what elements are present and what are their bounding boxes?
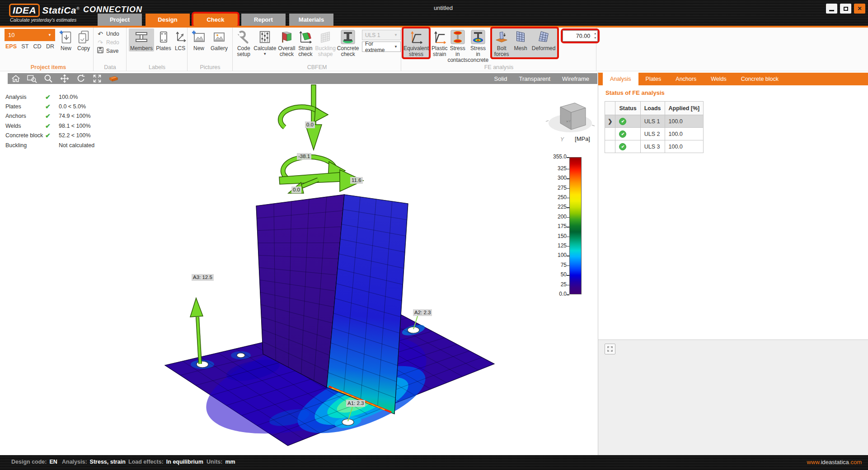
view-mode-wireframe[interactable]: Wireframe [562, 75, 589, 82]
result-tab-welds[interactable]: Welds [704, 73, 734, 85]
deformed-button[interactable]: Deformed [530, 28, 557, 57]
calculate-dropdown-icon[interactable]: ▼ [263, 52, 267, 56]
spinner-up-icon[interactable]: ▲ [594, 31, 596, 36]
calculate-label: Calculate [253, 46, 276, 51]
deformed-scale-spinner[interactable]: 70.00 ▲▼ [563, 30, 598, 42]
legend-tick-label: 300 [545, 175, 567, 181]
result-tab-anchors[interactable]: Anchors [668, 73, 704, 85]
row-expander-icon[interactable]: ❯ [605, 115, 615, 128]
members-toggle-button[interactable]: Members [129, 28, 154, 51]
pan-icon[interactable] [56, 73, 73, 84]
group-label-labels: Labels [127, 64, 187, 70]
svg-text:▸Y: ▸Y [567, 119, 571, 123]
tab-report[interactable]: Report [241, 14, 286, 26]
legend-unit: [MPa] [575, 135, 590, 142]
result-tab-concrete-block[interactable]: Concrete block [734, 73, 786, 85]
load-arrows-top [280, 85, 328, 150]
equivalent-stress-button[interactable]: Equivalent stress [404, 28, 429, 57]
bolt-forces-button[interactable]: Bolt forces [492, 28, 511, 57]
home-view-icon[interactable] [8, 73, 24, 84]
buckling-shape-button[interactable]: Buckling shape [314, 28, 337, 57]
concrete-check-label: Concrete check [337, 46, 359, 57]
result-row-plates: Plates✔0.0 < 5.0% [5, 102, 94, 111]
result-value: 0.0 < 5.0% [59, 103, 86, 110]
ribbon-group-cbfem: Code setup Calculate ▼ Overall check Str… [233, 28, 401, 71]
concrete-check-button[interactable]: Concrete check [337, 28, 359, 57]
tab-project[interactable]: Project [98, 14, 142, 26]
legend-tick-label: 325 [545, 165, 567, 172]
ribbon-group-project-items: 10 ▼ EPSSTCDDR New Copy Project items [4, 28, 94, 71]
panel-zoom-fit-button[interactable] [605, 344, 615, 354]
minimize-button[interactable] [826, 4, 837, 14]
spinner-down-icon[interactable]: ▼ [594, 36, 596, 40]
group-label-pictures: Pictures [188, 64, 232, 70]
strain-check-icon [298, 29, 313, 45]
table-row[interactable]: ❯✔ULS 1100.0 [605, 115, 704, 128]
legend-tick-mark [567, 169, 569, 170]
copy-project-item-button[interactable]: Copy [75, 28, 92, 51]
stress-in-contacts-icon [450, 29, 465, 45]
table-row[interactable]: ✔ULS 3100.0 [605, 140, 704, 153]
zoom-window-icon[interactable] [24, 73, 40, 84]
mode-dr[interactable]: DR [46, 43, 54, 50]
overall-check-label: Overall check [277, 46, 296, 57]
legend-tick-label: 0.0 [545, 291, 567, 297]
stress-in-contacts-button[interactable]: Stress in contacts [447, 28, 468, 63]
new-picture-button[interactable]: New [190, 28, 208, 51]
mode-eps[interactable]: EPS [5, 43, 17, 50]
plates-toggle-button[interactable]: Plates [154, 28, 173, 51]
table-row[interactable]: ✔ULS 2100.0 [605, 128, 704, 140]
zoom-icon[interactable] [40, 73, 56, 84]
strain-check-button[interactable]: Strain check [296, 28, 314, 57]
row-expander-icon[interactable] [605, 140, 615, 153]
rotate-icon[interactable] [73, 73, 89, 84]
result-tab-analysis[interactable]: Analysis [603, 73, 638, 85]
tab-materials[interactable]: Materials [289, 14, 333, 26]
mesh-button[interactable]: Mesh [511, 28, 530, 57]
zoom-fit-icon[interactable] [89, 73, 105, 84]
view-mode-solid[interactable]: Solid [494, 75, 507, 82]
lcs-toggle-button[interactable]: LCS [173, 28, 187, 51]
stress-in-concrete-button[interactable]: Stress in concrete [468, 28, 488, 63]
new-picture-icon [191, 29, 206, 45]
project-item-selector[interactable]: 10 ▼ [5, 29, 55, 41]
mode-cd[interactable]: CD [33, 43, 42, 50]
stress-legend: [MPa] 355.032530027525022520017515012510… [545, 135, 596, 303]
clip-concrete-icon[interactable] [105, 73, 122, 84]
stress-in-concrete-label: Stress in concrete [468, 46, 488, 63]
lcs-axes-icon [174, 29, 187, 45]
save-button[interactable]: Save [94, 47, 119, 55]
code-setup-button[interactable]: Code setup [234, 28, 253, 57]
row-expander-icon[interactable] [605, 128, 615, 140]
view-mode-transparent[interactable]: Transparent [519, 75, 550, 82]
tab-check[interactable]: Check [193, 14, 238, 26]
table-header-applied-: Applied [%] [665, 102, 704, 115]
close-button[interactable]: ✕ [854, 4, 865, 14]
section-title: Status of FE analysis [605, 89, 665, 96]
maximize-button[interactable] [840, 4, 851, 14]
close-icon: ✕ [857, 5, 862, 12]
plastic-strain-label: Plastic strain [432, 46, 447, 57]
overall-check-button[interactable]: Overall check [277, 28, 296, 57]
plastic-strain-button[interactable]: Plastic strain [432, 28, 447, 57]
result-value: 74.9 < 100% [59, 113, 91, 119]
legend-tick-mark [567, 188, 569, 189]
undo-button[interactable]: ↶Undo [94, 29, 119, 38]
tab-design[interactable]: Design [145, 14, 190, 26]
website-link[interactable]: www.ideastatica.com [807, 459, 862, 465]
3d-viewport[interactable]: 0.0-38.111.60.0A3: 12.5A2: 2.3A1: 2.3 An… [0, 84, 597, 455]
result-tab-plates[interactable]: Plates [638, 73, 669, 85]
load-case-select[interactable]: ULS 1▼ [362, 30, 401, 40]
group-label-data: Data [94, 64, 126, 70]
mode-st[interactable]: ST [21, 43, 28, 50]
deformed-scale-value[interactable]: 70.00 [563, 30, 598, 42]
plates-icon [157, 29, 170, 45]
deformed-icon [536, 29, 551, 45]
redo-button[interactable]: ↷Redo [94, 38, 119, 47]
new-project-item-button[interactable]: New [58, 28, 74, 51]
extreme-select[interactable]: For extreme▼ [362, 42, 401, 52]
status-ok-icon: ✔ [619, 143, 626, 150]
calculate-button[interactable]: Calculate ▼ [253, 28, 277, 56]
undo-label: Undo [106, 31, 119, 37]
gallery-button[interactable]: Gallery [208, 28, 230, 51]
